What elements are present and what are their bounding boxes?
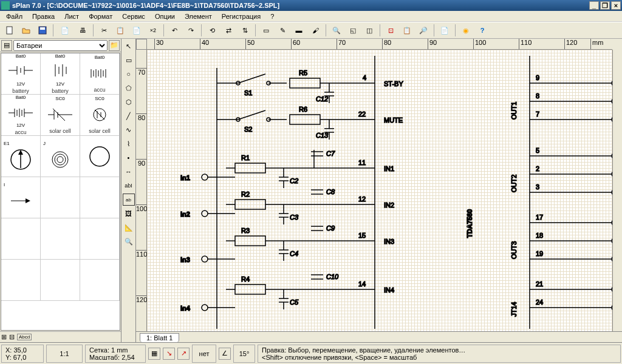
- menu-format[interactable]: Формат: [85, 12, 116, 21]
- snap-button[interactable]: ↘: [163, 348, 175, 360]
- menu-edit[interactable]: Правка: [29, 12, 58, 21]
- shape-tool[interactable]: ⬠: [123, 82, 135, 94]
- grid-toggle-button[interactable]: ▦: [148, 348, 160, 360]
- save-button[interactable]: [35, 23, 50, 38]
- svg-text:R3: R3: [241, 227, 250, 234]
- lib-item[interactable]: Bat0 12V battery: [1, 53, 41, 95]
- lib-item[interactable]: J: [41, 136, 80, 177]
- bezier-tool[interactable]: ⌇: [123, 138, 135, 150]
- svg-text:TDA7560: TDA7560: [466, 209, 473, 238]
- svg-text:C5: C5: [290, 298, 299, 306]
- vertical-scrollbar[interactable]: [612, 50, 622, 331]
- redo-button[interactable]: ↷: [183, 23, 198, 38]
- pointer-tool[interactable]: ↖: [123, 40, 135, 52]
- lib-item[interactable]: SC0 solar cell: [41, 95, 80, 136]
- mirror-h-button[interactable]: ⇄: [221, 23, 236, 38]
- open-button[interactable]: [19, 23, 33, 38]
- circle-tool[interactable]: ○: [123, 68, 135, 80]
- svg-text:21: 21: [536, 280, 543, 288]
- new-button[interactable]: [2, 23, 17, 38]
- status-zoom: 1:1: [46, 345, 83, 363]
- menu-options[interactable]: Опции: [151, 12, 179, 21]
- dimension-tool[interactable]: ↔: [123, 166, 135, 178]
- curve-tool[interactable]: ∿: [123, 124, 135, 136]
- export-button[interactable]: 📄: [56, 23, 73, 38]
- rect-tool[interactable]: ▭: [123, 54, 135, 66]
- menu-help[interactable]: ?: [267, 12, 278, 21]
- mirror-v-button[interactable]: ⇅: [238, 23, 252, 38]
- svg-text:C7: C7: [326, 150, 335, 157]
- paste-button[interactable]: 📄: [129, 23, 144, 38]
- svg-point-94: [202, 174, 208, 180]
- lib-item[interactable]: E1: [1, 136, 41, 177]
- svg-text:C2: C2: [290, 177, 298, 184]
- brush-button[interactable]: 🖌: [308, 23, 323, 38]
- svg-point-188: [612, 305, 612, 311]
- menu-element[interactable]: Элемент: [181, 12, 216, 21]
- lib-item[interactable]: [80, 177, 120, 218]
- duplicate-button[interactable]: ×2: [146, 23, 160, 38]
- zoom-window-button[interactable]: 🔍: [329, 23, 344, 38]
- pen-button[interactable]: ✎: [275, 23, 290, 38]
- lib-item[interactable]: [80, 136, 120, 177]
- lib-align-center-icon[interactable]: ⊟: [9, 333, 15, 341]
- svg-text:22: 22: [358, 110, 366, 118]
- select-mode-button[interactable]: ⊡: [383, 23, 398, 38]
- zoom-fit-button[interactable]: ◱: [346, 23, 360, 38]
- ruler-origin[interactable]: [136, 39, 147, 50]
- svg-text:4: 4: [363, 74, 366, 81]
- zoom-tool[interactable]: 🔍: [123, 235, 135, 248]
- close-button[interactable]: ×: [611, 1, 621, 10]
- lib-config-button[interactable]: ▤: [1, 40, 12, 51]
- options-button[interactable]: ◉: [459, 23, 473, 38]
- rotate-button[interactable]: ⟲: [205, 23, 219, 38]
- label-tool[interactable]: ab: [123, 194, 135, 206]
- page-settings-button[interactable]: 📄: [437, 23, 452, 38]
- minimize-button[interactable]: _: [589, 1, 599, 10]
- zoom-elements-button[interactable]: ◫: [362, 23, 377, 38]
- lib-label-icon[interactable]: Abcd: [17, 334, 32, 340]
- menu-registration[interactable]: Регистрация: [218, 12, 264, 21]
- schematic-canvas[interactable]: 4ST-BY 22MUTE 11IN1 12IN2 15IN3 14IN4 TD…: [147, 50, 612, 331]
- svg-point-39: [55, 154, 66, 165]
- search-button[interactable]: 🔎: [416, 23, 431, 38]
- align-button[interactable]: ▭: [259, 23, 273, 38]
- snap2-button[interactable]: ↗: [177, 348, 190, 360]
- lib-item[interactable]: Bat0 12V accu: [1, 95, 41, 136]
- lib-browse-button[interactable]: 📁: [109, 40, 120, 51]
- cut-button[interactable]: ✂: [97, 23, 111, 38]
- library-category-select[interactable]: Батареи: [13, 40, 108, 51]
- menu-file[interactable]: Файл: [2, 12, 26, 21]
- lib-item[interactable]: I: [1, 177, 41, 218]
- lib-align-left-icon[interactable]: ⊞: [1, 333, 7, 341]
- svg-text:R6: R6: [299, 106, 307, 113]
- lib-item[interactable]: [41, 177, 80, 218]
- undo-button[interactable]: ↶: [167, 23, 182, 38]
- polygon-tool[interactable]: ⬡: [123, 96, 135, 108]
- copy-button[interactable]: 📋: [113, 23, 128, 38]
- line-tool[interactable]: ╱: [123, 110, 135, 122]
- statusbar: X: 35,0 Y: 67,0 1:1 Сетка: 1 mm Масштаб:…: [0, 342, 622, 364]
- svg-text:IN3: IN3: [384, 238, 394, 245]
- menu-sheet[interactable]: Лист: [61, 12, 83, 21]
- maximize-button[interactable]: ❐: [600, 1, 610, 10]
- help-button[interactable]: ?: [475, 23, 490, 38]
- measure-tool[interactable]: 📐: [123, 221, 135, 234]
- text-tool[interactable]: abI: [123, 180, 135, 192]
- menu-service[interactable]: Сервис: [118, 12, 149, 21]
- svg-point-182: [612, 256, 612, 262]
- svg-text:9: 9: [536, 74, 539, 81]
- sheet-tab[interactable]: 1: Blatt 1: [140, 333, 179, 342]
- lib-item[interactable]: SC0 solar cell: [80, 95, 120, 136]
- image-tool[interactable]: 🖼: [123, 207, 135, 220]
- list-button[interactable]: 📋: [400, 23, 414, 38]
- lib-item[interactable]: Bat0 accu: [80, 53, 120, 95]
- print-button[interactable]: 🖶: [75, 23, 90, 38]
- junction-tool[interactable]: •: [123, 152, 135, 164]
- svg-text:in2: in2: [180, 211, 190, 218]
- angle-button[interactable]: ∠: [219, 348, 231, 360]
- fill-button[interactable]: ▬: [292, 23, 306, 38]
- menubar: Файл Правка Лист Формат Сервис Опции Эле…: [0, 11, 622, 22]
- lib-item[interactable]: Bat0 12V battery: [41, 53, 80, 95]
- status-hint: Правка: Выбор, перемещение, вращение, уд…: [262, 346, 617, 354]
